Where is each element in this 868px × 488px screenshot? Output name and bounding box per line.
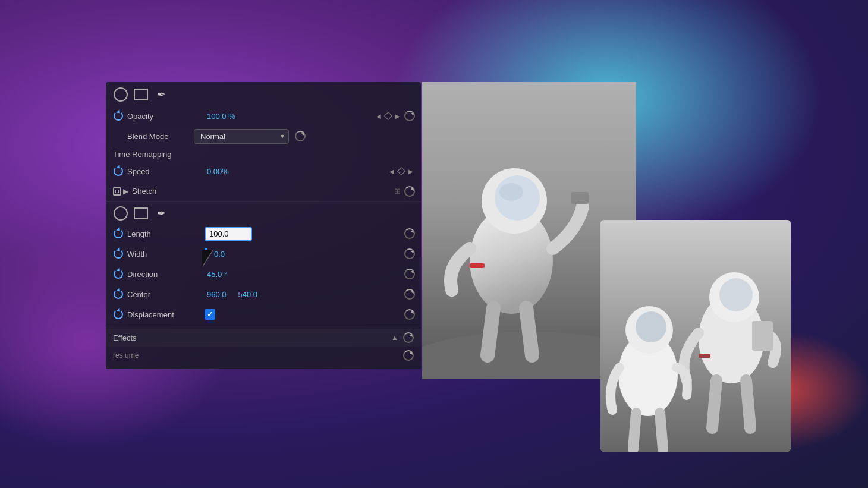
effects-row: Effects ▲ (106, 329, 421, 347)
blend-mode-row: Blend Mode Normal Multiply Screen Overla… (106, 126, 421, 146)
speed-next[interactable]: ▶ (407, 167, 415, 176)
opacity-row: Opacity 100.0 % ◀ ▶ (106, 106, 421, 126)
toolbar-row-1: ✒ (106, 82, 421, 106)
properties-panel: ✒ Opacity 100.0 % ◀ ▶ Blend Mode Normal … (106, 82, 421, 369)
effects-expand[interactable]: ▲ (391, 333, 398, 342)
center-x[interactable]: 960.0 (207, 290, 227, 299)
circle-tool-2[interactable] (113, 206, 128, 221)
center-cycle-icon[interactable] (113, 289, 124, 300)
svg-rect-8 (470, 263, 485, 268)
divider (106, 326, 421, 326)
effects-reset[interactable] (403, 332, 414, 343)
speed-value[interactable]: 0.00% (207, 167, 229, 176)
displacement-reset[interactable] (404, 309, 415, 320)
speed-row: Speed 0.00% ◀ ▶ (106, 161, 421, 181)
svg-rect-15 (752, 321, 773, 351)
speed-label: Speed (127, 167, 205, 176)
thumbnail-image (600, 220, 791, 452)
blend-reset[interactable] (295, 131, 306, 141)
opacity-label: Opacity (127, 112, 205, 121)
stretch-label: Stretch (132, 187, 209, 196)
direction-row: Direction 45.0 ° (106, 264, 421, 284)
length-input[interactable] (205, 227, 252, 241)
blend-mode-select[interactable]: Normal Multiply Screen Overlay Darken Li… (194, 129, 289, 144)
opacity-keyframe[interactable] (384, 112, 392, 120)
center-y[interactable]: 540.0 (238, 290, 258, 299)
length-cycle-icon[interactable] (113, 228, 124, 239)
svg-point-13 (719, 278, 753, 311)
last-row: res ume (106, 347, 421, 364)
opacity-prev[interactable]: ◀ (375, 112, 383, 121)
toolbar-row-2: ✒ (106, 203, 421, 223)
displacement-cycle-icon[interactable] (113, 309, 124, 320)
blend-mode-select-wrapper: Normal Multiply Screen Overlay Darken Li… (194, 129, 289, 144)
svg-point-18 (636, 311, 666, 342)
stretch-icon: ▶ (113, 187, 128, 196)
pen-tool[interactable]: ✒ (153, 87, 169, 102)
speed-keyframe[interactable] (397, 167, 405, 175)
displacement-row: Displacement (106, 304, 421, 325)
displacement-checkbox[interactable] (205, 309, 215, 320)
width-row: Width 0.0 (106, 244, 421, 264)
length-row: Length (106, 223, 421, 244)
center-values: 960.0 540.0 (205, 290, 257, 299)
svg-rect-14 (699, 354, 710, 358)
width-value[interactable]: 0.0 (214, 250, 225, 259)
opacity-value[interactable]: 100.0 % (207, 112, 235, 121)
direction-reset[interactable] (404, 269, 415, 279)
opacity-cycle-icon[interactable] (113, 111, 124, 121)
width-cycle-icon[interactable] (113, 248, 124, 259)
center-reset[interactable] (404, 289, 415, 300)
last-reset[interactable] (403, 350, 414, 361)
direction-value[interactable]: 45.0 ° (207, 270, 227, 279)
stretch-reset[interactable] (404, 186, 415, 197)
stretch-list-icon[interactable]: ⊞ (394, 187, 401, 196)
rect-tool[interactable] (133, 87, 149, 102)
displacement-label: Displacement (127, 310, 205, 319)
opacity-controls: ◀ ▶ (375, 111, 415, 121)
last-label: res ume (113, 351, 139, 360)
blend-mode-label: Blend Mode (127, 132, 194, 141)
direction-cycle-icon[interactable] (113, 269, 124, 279)
center-label: Center (127, 290, 205, 299)
width-label: Width (127, 250, 205, 259)
effects-label: Effects (113, 333, 137, 342)
center-row: Center 960.0 540.0 (106, 284, 421, 304)
displacement-checkbox-wrap (205, 309, 215, 320)
circle-tool[interactable] (113, 87, 128, 102)
speed-prev[interactable]: ◀ (388, 167, 396, 176)
rect-tool-2[interactable] (133, 206, 149, 221)
astronaut-thumb (600, 220, 791, 452)
speed-controls: ◀ ▶ (388, 167, 415, 176)
direction-label: Direction (127, 270, 205, 279)
speed-cycle-icon[interactable] (113, 166, 124, 177)
pen-tool-2[interactable]: ✒ (153, 206, 169, 221)
width-slider[interactable] (205, 248, 207, 260)
length-label: Length (127, 229, 205, 238)
length-reset[interactable] (404, 228, 415, 239)
width-reset[interactable] (404, 248, 415, 259)
stretch-row: ▶ Stretch ⊞ (106, 181, 421, 202)
svg-rect-7 (571, 192, 589, 204)
opacity-reset[interactable] (404, 111, 415, 121)
svg-point-6 (499, 183, 523, 201)
opacity-next[interactable]: ▶ (394, 112, 402, 121)
time-remapping-header: Time Remapping (106, 146, 421, 161)
